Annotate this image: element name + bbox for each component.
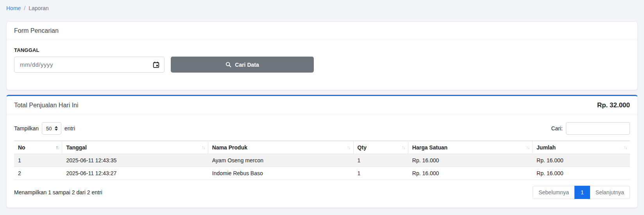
datatable-controls: Tampilkan 50 entri Cari:: [14, 122, 630, 135]
report-card: Total Penjualan Hari Ini Rp. 32.000 Tamp…: [6, 95, 638, 208]
column-header-harga-satuan[interactable]: Harga Satuan↑↓: [408, 141, 532, 154]
table-row: 12025-06-11 12:43:35Ayam Oseng mercon1Rp…: [14, 154, 630, 167]
page-length-control: Tampilkan 50 entri: [14, 122, 75, 135]
pagination-next-button[interactable]: Selanjutnya: [590, 186, 630, 199]
select-up-down-icon: [55, 126, 58, 131]
search-form-card: Form Pencarian TANGGAL: [6, 21, 638, 90]
cari-data-button[interactable]: Cari Data: [171, 57, 314, 73]
column-header-label: No: [18, 144, 25, 151]
page-length-label-before: Tampilkan: [14, 125, 39, 131]
search-form-row: Cari Data: [14, 57, 630, 73]
column-header-tanggal[interactable]: Tanggal↑↓: [62, 141, 208, 154]
calendar-icon[interactable]: [153, 61, 159, 68]
date-field-label: TANGGAL: [14, 47, 630, 53]
breadcrumb-current: Laporan: [29, 5, 48, 11]
page-length-label-after: entri: [64, 125, 75, 131]
sales-table-header-row: No↑↓Tanggal↑↓Nama Produk↑↓Qty↑↓Harga Sat…: [14, 141, 630, 154]
breadcrumb-separator: /: [24, 5, 25, 11]
table-cell: 1: [353, 167, 408, 180]
column-header-no[interactable]: No↑↓: [14, 141, 62, 154]
sort-arrows-icon: ↑↓: [347, 145, 350, 150]
sort-arrows-icon: ↑↓: [624, 145, 627, 150]
report-card-title: Total Penjualan Hari Ini: [14, 102, 79, 109]
column-header-qty[interactable]: Qty↑↓: [353, 141, 408, 154]
table-cell: Rp. 16.000: [408, 167, 532, 180]
table-cell: Indomie Rebus Baso: [208, 167, 353, 180]
table-search-label: Cari:: [551, 125, 563, 131]
column-header-label: Nama Produk: [212, 144, 247, 151]
sort-arrows-icon: ↑↓: [526, 145, 529, 150]
table-cell: 1: [14, 154, 62, 167]
search-card-header: Form Pencarian: [7, 22, 637, 40]
table-cell: 2: [14, 167, 62, 180]
column-header-label: Tanggal: [66, 144, 87, 151]
breadcrumb-home-link[interactable]: Home: [6, 5, 21, 11]
table-search-control: Cari:: [551, 122, 630, 135]
sales-table: No↑↓Tanggal↑↓Nama Produk↑↓Qty↑↓Harga Sat…: [14, 140, 630, 180]
column-header-label: Harga Satuan: [412, 144, 447, 151]
pagination-page-1-button[interactable]: 1: [574, 186, 590, 199]
sort-arrows-icon: ↑↓: [202, 145, 205, 150]
table-cell: 1: [353, 154, 408, 167]
page-length-select[interactable]: 50: [42, 122, 61, 135]
search-icon: [225, 62, 231, 68]
report-card-header: Total Penjualan Hari Ini Rp. 32.000: [7, 96, 637, 115]
table-cell: Rp. 16.000: [408, 154, 532, 167]
column-header-jumlah[interactable]: Jumlah↑↓: [533, 141, 630, 154]
table-info-text: Menampilkan 1 sampai 2 dari 2 entri: [14, 189, 102, 195]
datatable-footer: Menampilkan 1 sampai 2 dari 2 entri Sebe…: [14, 186, 630, 201]
cari-data-button-label: Cari Data: [235, 62, 259, 68]
date-field-wrap: [14, 57, 165, 73]
column-header-nama-produk[interactable]: Nama Produk↑↓: [208, 141, 353, 154]
search-card-title: Form Pencarian: [14, 27, 59, 34]
page-length-value: 50: [46, 126, 52, 131]
search-card-body: TANGGAL: [7, 40, 637, 90]
table-cell: Ayam Oseng mercon: [208, 154, 353, 167]
sales-table-body: 12025-06-11 12:43:35Ayam Oseng mercon1Rp…: [14, 154, 630, 180]
sort-arrows-icon: ↑↓: [55, 145, 59, 150]
sort-arrows-icon: ↑↓: [402, 145, 405, 150]
pagination: Sebelumnya 1 Selanjutnya: [533, 186, 630, 199]
sales-table-head: No↑↓Tanggal↑↓Nama Produk↑↓Qty↑↓Harga Sat…: [14, 141, 630, 154]
report-card-body: Tampilkan 50 entri Cari: No↑↓Tanggal↑↓Na…: [7, 115, 637, 208]
date-input[interactable]: [14, 57, 165, 73]
table-cell: 2025-06-11 12:43:35: [62, 154, 208, 167]
laporan-page: Home / Laporan Form Pencarian TANGGAL: [0, 0, 644, 208]
pagination-previous-button[interactable]: Sebelumnya: [533, 186, 575, 199]
table-search-input[interactable]: [566, 122, 630, 135]
column-header-label: Qty: [358, 144, 367, 151]
total-sales-value: Rp. 32.000: [597, 101, 630, 109]
table-cell: Rp. 16.000: [533, 154, 630, 167]
table-cell: 2025-06-11 12:43:27: [62, 167, 208, 180]
column-header-label: Jumlah: [537, 144, 556, 151]
breadcrumb: Home / Laporan: [6, 0, 638, 14]
table-row: 22025-06-11 12:43:27Indomie Rebus Baso1R…: [14, 167, 630, 180]
table-cell: Rp. 16.000: [533, 167, 630, 180]
